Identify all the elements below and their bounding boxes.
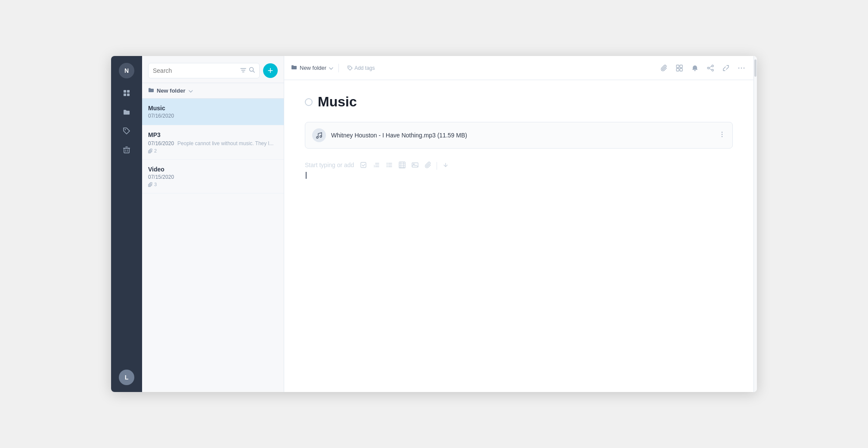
svg-point-7 [349,67,350,68]
editor-toolbar: 1. [358,161,451,171]
folder-dropdown-icon[interactable] [189,88,193,93]
note-date-video: 07/15/2020 [148,174,278,180]
svg-point-15 [738,67,739,68]
tag-nav-icon[interactable] [119,123,134,139]
note-title-video: Video [148,166,278,173]
svg-rect-29 [412,163,418,167]
folder-name: New folder [157,87,185,94]
toolbar-folder-icon [291,65,297,71]
svg-rect-11 [680,68,682,71]
svg-point-20 [722,132,722,133]
sidebar-nav: N [111,56,142,392]
note-attachments-mp3: 2 [148,148,278,153]
add-note-button[interactable]: + [263,63,278,78]
search-icon[interactable] [249,67,255,75]
add-tags-label: Add tags [354,65,375,71]
notes-list-panel: + New folder Music 07/16/2020 [142,56,284,392]
file-more-button[interactable] [717,129,727,141]
note-date-music: 07/16/2020 [148,113,278,119]
table-toolbar-icon[interactable] [397,161,407,171]
scrollbar-thumb [754,59,756,77]
app-window: N [111,56,757,392]
editor-toolbar-divider [437,162,437,170]
text-cursor [306,172,307,179]
svg-point-16 [741,67,742,68]
svg-rect-2 [124,93,126,96]
trash-nav-icon[interactable] [119,142,134,158]
user-avatar-top[interactable]: N [119,63,134,78]
note-editor[interactable]: Music Whitney Houston - I Have Nothing.m… [284,80,753,392]
add-tags-button[interactable]: Add tags [344,64,378,72]
folder-header: New folder [142,83,284,99]
svg-point-13 [712,69,713,71]
file-name: Whitney Houston - I Have Nothing.mp3 (11… [331,132,725,139]
search-input[interactable] [153,67,238,74]
svg-rect-3 [127,93,130,96]
note-title-music: Music [148,105,278,112]
svg-point-4 [125,129,126,130]
bell-icon[interactable] [690,63,700,73]
image-toolbar-icon[interactable] [410,161,420,171]
svg-point-26 [387,165,388,165]
file-music-icon [312,128,326,142]
file-attachment: Whitney Houston - I Have Nothing.mp3 (11… [305,122,733,149]
svg-rect-10 [676,68,679,71]
user-avatar-bottom[interactable]: L [119,370,134,385]
svg-rect-0 [124,90,126,93]
grid-nav-icon[interactable] [119,85,134,101]
ordered-list-toolbar-icon[interactable]: 1. [371,161,381,171]
expand-icon[interactable] [721,63,731,73]
svg-rect-1 [127,90,130,93]
main-toolbar: New folder Add tags [284,56,753,80]
more-blocks-toolbar-icon[interactable] [440,161,451,171]
svg-point-27 [387,166,388,167]
note-attachments-video: 3 [148,182,278,187]
svg-point-21 [722,134,722,135]
svg-rect-8 [676,65,679,68]
svg-rect-5 [124,148,129,153]
toolbar-folder-name: New folder [300,65,326,71]
toolbar-divider [338,64,339,72]
toolbar-folder-dropdown-icon[interactable] [329,65,333,71]
note-item-mp3[interactable]: MP3 07/16/2020 People cannot live withou… [142,125,284,160]
note-title-mp3: MP3 [148,131,278,138]
filter-icon[interactable] [240,67,246,75]
note-title-row: Music [305,94,733,110]
svg-rect-9 [680,65,682,68]
toolbar-actions-right [659,63,747,73]
note-title[interactable]: Music [318,94,733,110]
svg-point-14 [707,67,709,69]
editor-body[interactable]: Start typing or add 1. [305,159,733,245]
folder-header-icon [148,87,154,94]
note-item-video[interactable]: Video 07/15/2020 3 [142,160,284,193]
checkbox-toolbar-icon[interactable] [358,161,369,171]
search-box[interactable] [148,63,260,78]
scrollbar-track[interactable] [753,56,757,392]
editor-placeholder: Start typing or add [305,162,354,168]
unordered-list-toolbar-icon[interactable] [384,161,394,171]
note-date-mp3: 07/16/2020 [148,140,174,146]
folder-nav-icon[interactable] [119,104,134,120]
attachment-icon[interactable] [659,63,669,73]
svg-point-18 [316,137,318,138]
notes-list-header: + [142,56,284,83]
share-icon[interactable] [705,63,716,73]
note-item-music[interactable]: Music 07/16/2020 [142,99,284,125]
note-preview-mp3: People cannot live without music. They l… [177,140,273,146]
svg-point-17 [744,67,744,68]
svg-point-25 [387,163,388,164]
note-status-circle[interactable] [305,98,313,106]
svg-rect-23 [361,162,366,168]
grid-view-icon[interactable] [674,63,685,73]
svg-point-19 [320,136,322,137]
notes-list: Music 07/16/2020 MP3 07/16/2020 People c… [142,99,284,392]
svg-point-22 [722,136,722,137]
attach-toolbar-icon[interactable] [423,161,433,171]
toolbar-folder-info: New folder [291,65,333,71]
main-content: New folder Add tags [284,56,753,392]
svg-point-12 [712,65,713,67]
more-options-icon[interactable] [736,63,747,73]
svg-text:1.: 1. [373,164,376,168]
